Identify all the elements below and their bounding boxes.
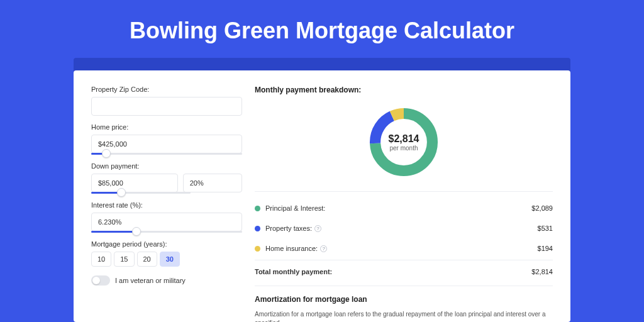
interest-field: Interest rate (%): [91,201,242,233]
veteran-row: I am veteran or military [91,275,242,286]
breakdown-label: Principal & Interest: [265,204,325,212]
period-label: Mortgage period (years): [91,240,242,248]
page-title: Bowling Green Mortgage Calculator [0,0,644,58]
breakdown-panel: Monthly payment breakdown: $2,814 per mo… [255,86,553,322]
period-10-button[interactable]: 10 [91,252,111,267]
info-icon[interactable]: ? [320,245,327,252]
period-options: 10 15 20 30 [91,252,242,267]
legend-dot-principal [255,206,260,211]
down-payment-label: Down payment: [91,162,242,170]
home-price-label: Home price: [91,123,242,131]
down-payment-amount-input[interactable] [91,174,178,192]
home-price-input[interactable] [91,135,242,153]
zip-input[interactable] [91,97,242,116]
breakdown-row-principal: Principal & Interest: $2,089 [255,198,553,218]
info-icon[interactable]: ? [314,225,321,232]
amortization-text: Amortization for a mortgage loan refers … [255,310,553,322]
donut-amount: $2,814 [389,133,419,145]
breakdown-value: $2,089 [531,204,553,212]
breakdown-row-total: Total monthly payment: $2,814 [255,260,553,282]
breakdown-label: Property taxes: [265,225,312,232]
form-panel: Property Zip Code: Home price: Down paym… [91,86,242,322]
interest-slider[interactable] [91,231,242,233]
calculator-card: Property Zip Code: Home price: Down paym… [74,70,570,322]
total-value: $2,814 [531,268,553,275]
period-30-button[interactable]: 30 [160,252,180,267]
period-15-button[interactable]: 15 [114,252,134,267]
zip-label: Property Zip Code: [91,86,242,93]
down-payment-slider[interactable] [91,192,191,194]
breakdown-value: $531 [538,225,553,232]
period-field: Mortgage period (years): 10 15 20 30 [91,240,242,267]
period-20-button[interactable]: 20 [137,252,157,267]
veteran-toggle[interactable] [91,275,110,286]
veteran-label: I am veteran or military [115,277,186,284]
breakdown-value: $194 [538,245,553,252]
donut-sub: per month [389,145,418,152]
home-price-field: Home price: [91,123,242,155]
breakdown-row-taxes: Property taxes: ? $531 [255,218,553,238]
zip-field: Property Zip Code: [91,86,242,116]
slider-thumb[interactable] [102,149,111,158]
interest-input[interactable] [91,213,242,231]
breakdown-label: Home insurance: [265,245,318,252]
slider-thumb[interactable] [117,188,126,197]
donut-chart: $2,814 per month [255,98,553,191]
breakdown-heading: Monthly payment breakdown: [255,86,553,94]
total-label: Total monthly payment: [255,268,332,275]
legend-dot-taxes [255,226,260,231]
legend-dot-insurance [255,246,260,252]
slider-thumb[interactable] [132,227,141,236]
down-payment-pct-input[interactable] [183,174,242,192]
amortization-heading: Amortization for mortgage loan [255,286,553,304]
divider [255,191,553,192]
home-price-slider[interactable] [91,153,242,155]
donut-center: $2,814 per month [366,104,441,180]
down-payment-field: Down payment: [91,162,242,194]
breakdown-row-insurance: Home insurance: ? $194 [255,238,553,258]
interest-label: Interest rate (%): [91,201,242,209]
